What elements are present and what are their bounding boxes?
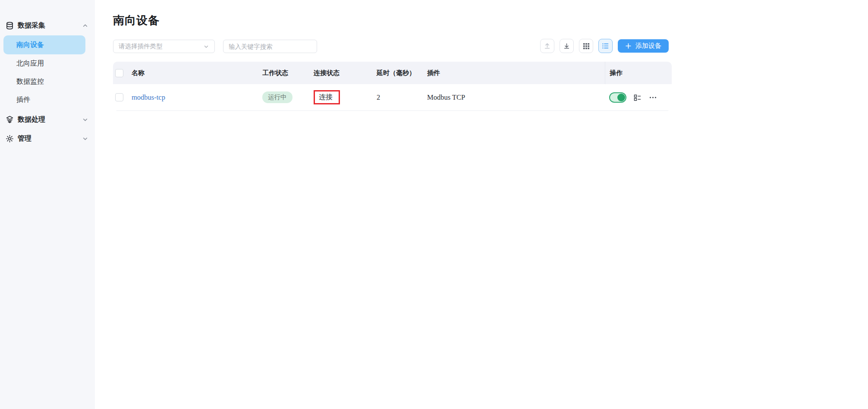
row-checkbox[interactable]: [115, 93, 123, 101]
add-device-button[interactable]: 添加设备: [618, 39, 669, 53]
chevron-down-icon: [82, 117, 88, 123]
sidebar-group-label: 数据采集: [18, 21, 45, 30]
sidebar-group-data-processing[interactable]: 数据处理: [0, 111, 95, 128]
add-device-label: 添加设备: [635, 42, 661, 50]
database-icon: [5, 21, 14, 30]
download-icon: [563, 42, 570, 50]
plugin-value: Modbus TCP: [423, 93, 605, 102]
chevron-down-icon: [82, 136, 88, 142]
gear-icon: [5, 134, 14, 143]
sidebar: 数据采集 南向设备 北向应用 数据监控 插件 数据处理: [0, 0, 95, 409]
device-name-link[interactable]: modbus-tcp: [132, 93, 165, 101]
work-status-badge: 运行中: [262, 91, 292, 103]
chevron-up-icon: [82, 23, 88, 28]
sidebar-item-label: 插件: [16, 95, 30, 104]
table-header-row: 名称 工作状态 连接状态 延时（毫秒） 插件 操作: [113, 62, 672, 84]
upload-button[interactable]: [540, 39, 554, 53]
header-delay: 延时（毫秒）: [372, 69, 423, 77]
chevron-down-icon: [203, 44, 209, 50]
sidebar-group-label: 管理: [18, 134, 31, 143]
delay-value: 2: [372, 93, 423, 102]
sidebar-group-label: 数据处理: [18, 115, 45, 124]
sidebar-item-label: 北向应用: [16, 59, 44, 68]
device-enabled-toggle[interactable]: [609, 92, 626, 103]
download-button[interactable]: [560, 39, 574, 53]
sidebar-item-label: 南向设备: [16, 41, 44, 50]
grid-view-button[interactable]: [579, 39, 593, 53]
toggle-knob: [617, 94, 625, 101]
grid-view-icon: [583, 43, 590, 50]
sidebar-group-management[interactable]: 管理: [0, 130, 95, 147]
select-placeholder: 请选择插件类型: [119, 42, 203, 50]
table-row: modbus-tcp 运行中 连接 2 Modbus TCP: [113, 84, 672, 111]
sidebar-group-data-collection[interactable]: 数据采集: [0, 17, 95, 34]
search-box: [223, 40, 317, 53]
device-tags-icon[interactable]: [633, 93, 642, 102]
sidebar-item-label: 数据监控: [16, 77, 44, 86]
sidebar-item-northbound-apps[interactable]: 北向应用: [0, 54, 95, 72]
connection-status-annotation: 连接: [314, 90, 340, 104]
upload-icon: [544, 42, 551, 50]
devices-table: 名称 工作状态 连接状态 延时（毫秒） 插件 操作 modbus-tcp 运行中…: [113, 62, 672, 111]
toolbar: 添加设备: [540, 39, 669, 53]
plugin-type-select[interactable]: 请选择插件类型: [113, 40, 215, 53]
header-work-status: 工作状态: [258, 69, 309, 77]
list-view-icon: [602, 42, 609, 50]
sidebar-item-plugins[interactable]: 插件: [0, 91, 95, 109]
list-view-button[interactable]: [598, 39, 613, 53]
sidebar-nav: 数据采集 南向设备 北向应用 数据监控 插件 数据处理: [0, 0, 95, 147]
more-actions-icon[interactable]: [648, 93, 657, 102]
header-actions: 操作: [605, 62, 672, 84]
select-all-checkbox[interactable]: [115, 69, 123, 77]
sidebar-item-data-monitoring[interactable]: 数据监控: [0, 72, 95, 91]
header-connection-status: 连接状态: [309, 69, 372, 77]
sidebar-item-southbound-devices[interactable]: 南向设备: [3, 35, 85, 54]
header-name: 名称: [127, 69, 258, 77]
header-checkbox-cell: [113, 69, 127, 77]
row-checkbox-cell: [113, 93, 127, 101]
data-process-icon: [5, 115, 14, 124]
search-input[interactable]: [223, 40, 317, 53]
header-plugin: 插件: [423, 69, 605, 77]
page-title: 南向设备: [113, 13, 160, 28]
plus-icon: [625, 43, 632, 49]
filter-bar: 请选择插件类型: [113, 40, 317, 53]
